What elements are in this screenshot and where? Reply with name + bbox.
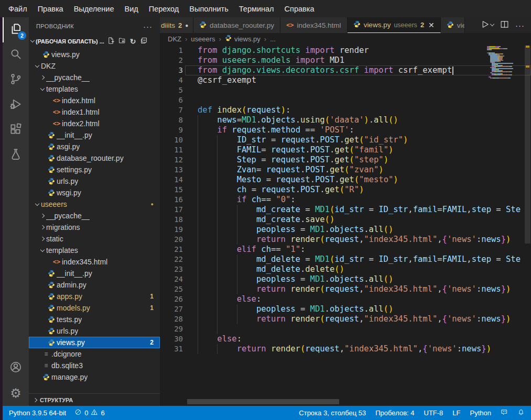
tab-vie[interactable]: vie — [441, 17, 465, 33]
tree-item-models.py[interactable]: models.py1 — [29, 302, 160, 314]
python-interpreter-status[interactable]: Python 3.9.5 64-bit — [9, 409, 66, 417]
refresh-icon[interactable]: ↻ — [130, 37, 136, 46]
vertical-scrollbar[interactable] — [524, 45, 531, 406]
tab-badge: 2 — [420, 21, 424, 29]
activity-testing[interactable] — [3, 143, 29, 168]
tree-item-.dcignore[interactable]: ≡.dcignore — [29, 348, 160, 360]
activity-search[interactable] — [3, 42, 29, 68]
code-token: . — [334, 175, 339, 184]
tab-views.py[interactable]: views.pyuseeers2✕ — [348, 17, 441, 33]
more-actions-icon[interactable]: ··· — [515, 21, 525, 30]
tree-item-label: models.py — [57, 304, 90, 312]
breadcrumb-item-DKZ[interactable]: DKZ — [168, 35, 181, 43]
tree-item-label: templates — [46, 246, 78, 255]
code-token: news — [481, 284, 501, 294]
code-token: id_str — [334, 255, 364, 264]
tree-item-index.html[interactable]: <>index.html — [29, 95, 160, 106]
tree-item-__pycache__[interactable]: __pycache__ — [29, 72, 160, 83]
activity-explorer[interactable]: 2 — [3, 17, 29, 42]
code-token: { — [442, 235, 447, 244]
tree-item-db.sqlite3[interactable]: ≡db.sqlite3 — [29, 360, 160, 371]
tree-item-index2.html[interactable]: <>index2.html — [29, 118, 160, 129]
feedback-icon[interactable] — [501, 408, 508, 417]
activity-extensions[interactable] — [3, 118, 29, 143]
tree-item-database_roouter.py[interactable]: database_roouter.py — [29, 152, 160, 164]
activity-settings[interactable]: ⚙ — [3, 381, 29, 406]
tab-diiits[interactable]: diiits2● — [160, 17, 193, 33]
activity-source-control[interactable] — [3, 68, 29, 93]
code-token: "zvan" — [349, 165, 378, 174]
tree-item-__pycache__[interactable]: __pycache__ — [29, 210, 160, 222]
sidebar-more-actions-icon[interactable]: ··· — [143, 22, 153, 31]
code-token: django.views.decorators.csrf — [222, 65, 359, 75]
tree-item-views.py[interactable]: views.py — [29, 49, 160, 60]
tree-item-__init__.py[interactable]: __init__.py — [29, 268, 160, 279]
tree-item-label: index1.html — [62, 108, 100, 116]
menu-item-6[interactable]: Терминал — [234, 2, 279, 16]
tree-item-admin.py[interactable]: admin.py — [29, 279, 160, 291]
status-item-1[interactable]: Пробелов: 4 — [375, 409, 414, 417]
status-item-2[interactable]: UTF-8 — [424, 409, 443, 417]
vertical-scrollbar-thumb[interactable] — [525, 46, 530, 244]
tree-item-__init__.py[interactable]: __init__.py — [29, 129, 160, 141]
status-item-3[interactable]: LF — [452, 409, 460, 417]
menu-item-1[interactable]: Правка — [32, 2, 69, 16]
tree-item-views.py[interactable]: views.py2 — [29, 337, 160, 348]
tree-item-urls.py[interactable]: urls.py — [29, 175, 160, 187]
collapse-all-icon[interactable] — [140, 37, 148, 46]
code-token: "index345.html" — [364, 284, 437, 294]
tree-item-index1.html[interactable]: <>index1.html — [29, 106, 160, 118]
line-number: 28 — [160, 314, 185, 324]
tree-item-templates[interactable]: templates — [29, 83, 160, 95]
tree-item-urls.py[interactable]: urls.py — [29, 325, 160, 337]
bell-icon[interactable] — [517, 408, 525, 417]
activity-run-debug[interactable] — [3, 93, 29, 118]
outline-section-header[interactable]: СТРУКТУРА — [29, 393, 160, 406]
menu-item-3[interactable]: Вид — [119, 2, 143, 16]
tree-item-static[interactable]: static — [29, 233, 160, 245]
tab-index345.html[interactable]: <>index345.html — [280, 17, 348, 33]
tree-item-useeers[interactable]: useeers● — [29, 198, 160, 210]
breadcrumb-item-...[interactable]: ... — [270, 35, 276, 43]
tree-item-DKZ[interactable]: DKZ — [29, 60, 160, 72]
tree-item-tests.py[interactable]: tests.py — [29, 314, 160, 325]
close-icon[interactable]: ✕ — [428, 21, 435, 29]
code-token: ) — [388, 145, 393, 154]
tree-item-manage.py[interactable]: manage.py — [29, 371, 160, 383]
html-file-icon: <> — [51, 108, 62, 116]
menu-item-2[interactable]: Выделение — [69, 2, 120, 16]
workspace-section-header[interactable]: (РАБОЧАЯ ОБЛАСТЬ) ... ↻ — [29, 35, 160, 47]
tree-item-apps.py[interactable]: apps.py1 — [29, 291, 160, 302]
menu-item-5[interactable]: Выполнить — [184, 2, 233, 16]
horizontal-scrollbar-thumb[interactable] — [187, 399, 339, 404]
menu-item-7[interactable]: Справка — [279, 2, 320, 16]
problems-status[interactable]: 0 6 — [74, 408, 104, 417]
run-python-button[interactable] — [481, 20, 494, 31]
menu-item-0[interactable]: Файл — [3, 2, 32, 16]
tree-item-wsgi.py[interactable]: wsgi.py — [29, 187, 160, 198]
tree-item-templates[interactable]: templates — [29, 245, 160, 256]
code-editor[interactable]: 1from django.shortcuts import render2fro… — [160, 45, 531, 406]
tree-item-settings.py[interactable]: settings.py — [29, 164, 160, 175]
line-number: 11 — [160, 145, 185, 155]
breadcrumb-label: useeers — [191, 35, 215, 43]
menu-item-4[interactable]: Переход — [144, 2, 185, 16]
indent-guide — [237, 284, 256, 294]
activity-account[interactable] — [3, 356, 29, 381]
new-folder-icon[interactable] — [118, 37, 126, 46]
status-item-4[interactable]: Python — [470, 409, 491, 417]
tree-item-migrations[interactable]: migrations — [29, 222, 160, 233]
code-token: = — [491, 205, 506, 214]
breadcrumb-item-views.py[interactable]: views.py — [225, 35, 261, 43]
tree-item-index345.html[interactable]: <>index345.html — [29, 256, 160, 268]
breadcrumb-item-useeers[interactable]: useeers — [191, 35, 215, 43]
code-token: all — [374, 115, 388, 125]
tab-database_roouter.py[interactable]: database_roouter.py — [193, 17, 280, 33]
new-file-icon[interactable] — [107, 37, 115, 46]
minimap[interactable] — [487, 46, 524, 79]
indent-guide — [237, 215, 256, 225]
tree-item-asgi.py[interactable]: asgi.py — [29, 141, 160, 152]
code-token: news — [481, 235, 501, 244]
split-editor-button[interactable] — [500, 20, 509, 31]
status-item-0[interactable]: Строка 3, столбец 53 — [299, 409, 366, 417]
